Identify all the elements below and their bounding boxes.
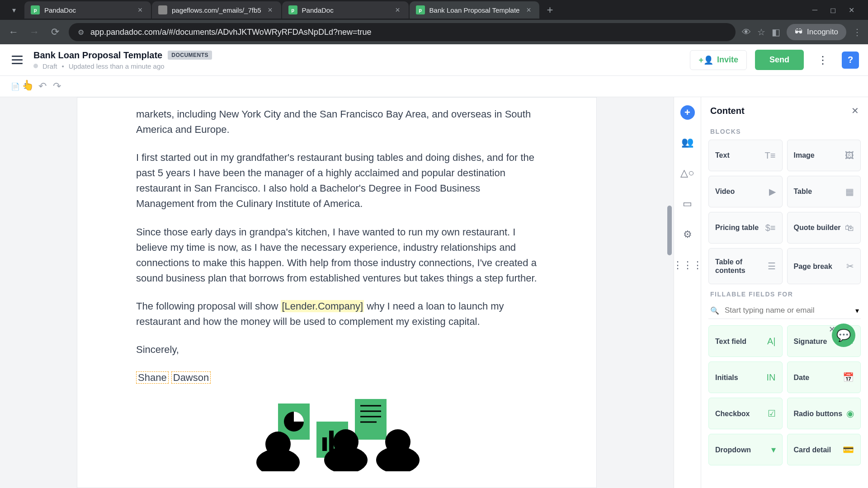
document-page[interactable]: markets, including New York City and the… xyxy=(77,97,597,488)
quote-icon: 🛍 xyxy=(845,223,854,233)
toc-icon: ☰ xyxy=(768,261,776,272)
document-illustration xyxy=(136,399,538,471)
minimize-button[interactable]: ─ xyxy=(812,6,817,14)
undo-button[interactable]: ↶ xyxy=(38,80,47,92)
field-text[interactable]: Text fieldA| xyxy=(708,325,783,357)
close-icon[interactable]: × xyxy=(524,5,533,15)
browser-tab[interactable]: p PandaDoc × xyxy=(24,1,151,19)
scrollbar-thumb[interactable] xyxy=(667,206,672,255)
video-icon: ▶ xyxy=(769,186,776,197)
field-date[interactable]: Date📅 xyxy=(787,361,861,393)
apps-grid-button[interactable]: ⋮⋮⋮ xyxy=(679,257,696,273)
table-icon: ▦ xyxy=(845,186,854,197)
merge-field-lender-company[interactable]: [Lender.Company] xyxy=(281,300,364,312)
radio-icon: ◉ xyxy=(846,408,854,419)
close-icon[interactable]: × xyxy=(266,5,275,15)
block-pricing-table[interactable]: Pricing table$≡ xyxy=(708,212,783,244)
app-root: Bank Loan Proposal Template DOCUMENTS Dr… xyxy=(0,44,868,488)
initials-icon: IN xyxy=(767,372,776,383)
forward-button[interactable]: → xyxy=(27,26,42,38)
paragraph[interactable]: I first started out in my grandfather's … xyxy=(136,150,538,211)
new-tab-button[interactable]: + xyxy=(540,4,559,16)
field-initials[interactable]: InitialsIN xyxy=(708,361,783,393)
field-checkbox[interactable]: Checkbox☑ xyxy=(708,398,783,429)
paragraph[interactable]: Since those early days in grandpa's kitc… xyxy=(136,225,538,286)
pricing-icon: $≡ xyxy=(765,223,776,233)
text-run: The following proposal will show xyxy=(136,300,281,312)
maximize-button[interactable]: ◻ xyxy=(830,6,836,14)
close-icon[interactable]: × xyxy=(136,5,145,15)
tab-title: Bank Loan Proposal Template xyxy=(429,6,520,14)
incognito-badge[interactable]: 🕶 Incognito xyxy=(787,24,846,40)
field-card-details[interactable]: Card detail💳 xyxy=(787,434,861,465)
paragraph[interactable]: Sincerely, xyxy=(136,342,538,357)
search-icon: 🔍 xyxy=(710,306,719,315)
chat-fab[interactable]: 💬 xyxy=(832,324,855,347)
add-content-button[interactable]: + xyxy=(680,105,695,120)
help-button[interactable]: ? xyxy=(842,52,859,69)
chevron-down-icon[interactable]: ▾ xyxy=(855,306,859,315)
block-quote-builder[interactable]: Quote builder🛍 xyxy=(787,212,861,244)
recipients-button[interactable]: 👥 xyxy=(679,134,696,150)
pages-icon: 📄 xyxy=(11,82,20,91)
pagebreak-icon: ✂ xyxy=(846,261,854,272)
blocks-heading: BLOCKS xyxy=(708,122,861,140)
close-icon[interactable]: × xyxy=(393,5,402,15)
workflow-button[interactable]: ⚙ xyxy=(679,226,696,243)
side-rail: + 👥 △○ ▭ ⚙ ⋮⋮⋮ xyxy=(674,97,701,488)
paragraph[interactable]: The following proposal will show [Lender… xyxy=(136,299,538,329)
bookmark-icon[interactable]: ☆ xyxy=(757,27,765,38)
invite-button[interactable]: +👤 Invite xyxy=(690,50,747,70)
browser-chrome: ▾ p PandaDoc × pageflows.com/_emails/_7f… xyxy=(0,0,868,44)
site-settings-icon[interactable]: ⚙ xyxy=(78,28,84,37)
eye-off-icon[interactable]: 👁 xyxy=(742,27,751,38)
block-toc[interactable]: Table of contents☰ xyxy=(708,248,783,284)
recipient-search-input[interactable] xyxy=(725,306,850,315)
favicon-generic xyxy=(158,5,167,14)
svg-point-16 xyxy=(385,429,410,455)
document-title[interactable]: Bank Loan Proposal Template xyxy=(33,50,162,61)
app-header: Bank Loan Proposal Template DOCUMENTS Dr… xyxy=(0,44,868,76)
block-image[interactable]: Image🖼 xyxy=(787,140,861,171)
side-panel-icon[interactable]: ◧ xyxy=(772,27,780,38)
favicon-pandadoc: p xyxy=(416,5,425,14)
redo-button[interactable]: ↷ xyxy=(53,80,61,92)
paragraph[interactable]: markets, including New York City and the… xyxy=(136,107,538,137)
field-radio[interactable]: Radio buttons◉ xyxy=(787,398,861,429)
variables-button[interactable]: △○ xyxy=(679,165,696,181)
close-window-button[interactable]: ✕ xyxy=(849,6,854,14)
more-options-button[interactable]: ⋮ xyxy=(812,50,834,70)
tab-title: PandaDoc xyxy=(44,6,131,14)
block-table[interactable]: Table▦ xyxy=(787,176,861,207)
back-button[interactable]: ← xyxy=(6,26,21,38)
merge-field-first-name[interactable]: Shane xyxy=(136,371,169,384)
reload-button[interactable]: ⟳ xyxy=(48,26,62,38)
close-panel-button[interactable]: ✕ xyxy=(851,105,859,116)
merge-field-last-name[interactable]: Dawson xyxy=(171,371,211,384)
incognito-label: Incognito xyxy=(807,28,838,37)
page-count[interactable]: 📄 1 xyxy=(11,82,28,91)
document-status: Draft xyxy=(42,62,57,70)
block-video[interactable]: Video▶ xyxy=(708,176,783,207)
block-page-break[interactable]: Page break✂ xyxy=(787,248,861,284)
text-field-icon: A| xyxy=(767,336,776,347)
field-dropdown[interactable]: Dropdown▾ xyxy=(708,434,783,465)
document-type-badge: DOCUMENTS xyxy=(168,51,212,60)
panel-title: Content xyxy=(710,106,745,116)
browser-tab[interactable]: pageflows.com/_emails/_7fb5 × xyxy=(152,1,281,19)
browser-tab[interactable]: p PandaDoc × xyxy=(282,1,409,19)
tab-search-dropdown[interactable]: ▾ xyxy=(5,0,24,19)
layout-button[interactable]: ▭ xyxy=(679,196,696,212)
url-input[interactable]: ⚙ app.pandadoc.com/a/#/documents/ADvhJKT… xyxy=(69,23,736,41)
recipient-search[interactable]: 🔍 ▾ xyxy=(708,302,861,319)
document-info: Bank Loan Proposal Template DOCUMENTS Dr… xyxy=(33,50,682,70)
send-button[interactable]: Send xyxy=(755,50,804,70)
document-canvas[interactable]: markets, including New York City and the… xyxy=(0,97,674,488)
menu-button[interactable] xyxy=(9,52,25,68)
invite-plus-icon: +👤 xyxy=(698,55,713,65)
browser-tab-active[interactable]: p Bank Loan Proposal Template × xyxy=(410,1,540,19)
svg-rect-4 xyxy=(329,431,334,451)
block-text[interactable]: TextT≡ xyxy=(708,140,783,171)
browser-menu-icon[interactable]: ⋮ xyxy=(853,27,862,38)
signature-name[interactable]: Shane Dawson xyxy=(136,370,538,385)
